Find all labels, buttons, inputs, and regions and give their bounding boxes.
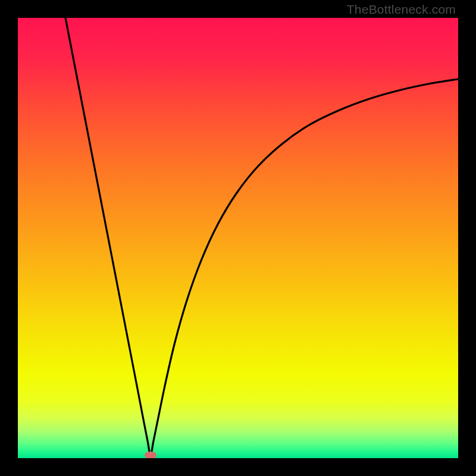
bottleneck-curve xyxy=(65,18,458,455)
watermark-text: TheBottleneck.com xyxy=(347,2,456,17)
optimal-point-marker xyxy=(145,452,156,458)
chart-plot-area xyxy=(18,18,458,458)
curve-layer xyxy=(18,18,458,458)
